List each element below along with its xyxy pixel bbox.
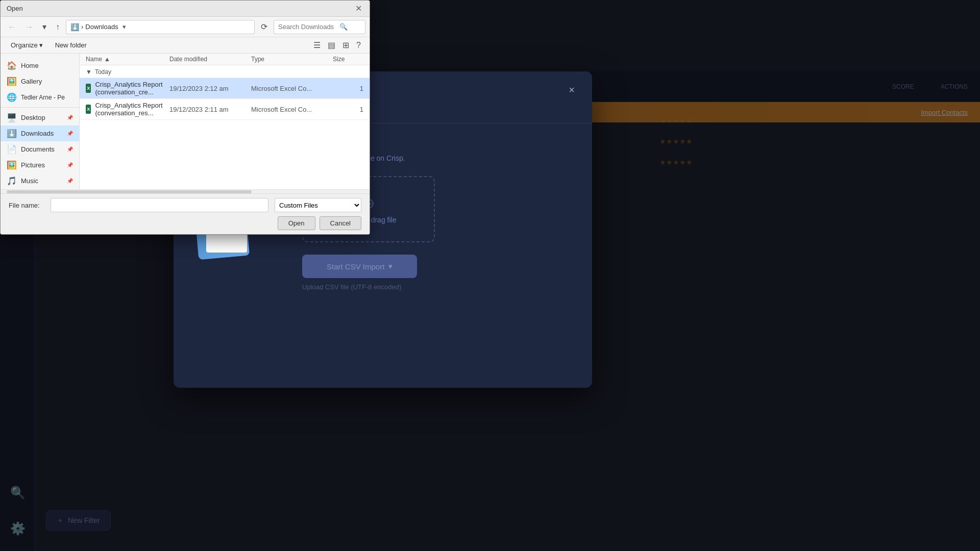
- pin-icon: 📌: [67, 115, 73, 120]
- dialog-path: ⬇️ › Downloads ▾: [66, 20, 255, 34]
- dialog-filename-row: File name: Custom Files: [9, 198, 361, 212]
- view-help-button[interactable]: ?: [354, 39, 363, 52]
- left-item-music[interactable]: 🎵 Music 📌: [1, 173, 79, 189]
- organize-button[interactable]: Organize ▾: [7, 40, 47, 51]
- group-label: Today: [95, 68, 111, 76]
- back-button[interactable]: ←: [5, 20, 19, 34]
- excel-icon: X: [86, 84, 91, 93]
- file-size-1: 1: [333, 85, 363, 92]
- dialog-close-button[interactable]: ✕: [353, 4, 363, 14]
- file-group-today[interactable]: ▼ Today: [80, 65, 370, 78]
- left-item-documents[interactable]: 📄 Documents 📌: [1, 141, 79, 157]
- file-date-2: 19/12/2023 2:11 am: [169, 106, 251, 113]
- view-icons: ☰ ▤ ⊞ ?: [311, 39, 363, 52]
- filetype-select[interactable]: Custom Files: [275, 198, 361, 212]
- gallery-icon: 🖼️: [7, 77, 17, 86]
- col-date[interactable]: Date modified: [169, 56, 251, 63]
- pin-icon: 📌: [67, 178, 73, 184]
- modal-close-button[interactable]: ×: [564, 82, 580, 98]
- home-icon: 🏠: [7, 61, 17, 70]
- dialog-buttons-row: Open Cancel: [9, 216, 361, 230]
- path-current: Downloads: [85, 23, 118, 31]
- dialog-bottom: File name: Custom Files Open Cancel: [1, 193, 370, 234]
- left-item-label: Downloads: [21, 130, 54, 137]
- refresh-button[interactable]: ⟳: [258, 20, 271, 34]
- excel-icon: X: [86, 105, 91, 114]
- filename-input[interactable]: [51, 198, 268, 212]
- filename-label: File name:: [9, 202, 44, 209]
- dialog-toolbar: ← → ▾ ↑ ⬇️ › Downloads ▾ ⟳ 🔍: [1, 17, 370, 37]
- pin-icon: 📌: [67, 162, 73, 168]
- dialog-file-list: Name ▲ Date modified Type Size ▼ Today: [80, 54, 370, 189]
- desktop-icon: 🖥️: [7, 113, 17, 122]
- view-icon-button[interactable]: ⊞: [340, 39, 352, 52]
- search-icon: 🔍: [339, 23, 348, 31]
- left-item-label: Gallery: [21, 78, 42, 85]
- new-folder-button[interactable]: New folder: [51, 40, 91, 51]
- horizontal-scrollbar[interactable]: [1, 189, 370, 193]
- left-item-label: Desktop: [21, 114, 45, 121]
- start-csv-import-button[interactable]: Start CSV Import ▾: [302, 255, 417, 278]
- search-input[interactable]: [278, 23, 339, 31]
- dialog-left-panel: 🏠 Home 🖼️ Gallery 🌐 Tedler Arne - Pe 🖥️ …: [1, 54, 80, 189]
- col-type[interactable]: Type: [251, 56, 333, 63]
- pin-icon: 📌: [67, 146, 73, 152]
- documents-icon: 📄: [7, 144, 17, 154]
- dialog-content: 🏠 Home 🖼️ Gallery 🌐 Tedler Arne - Pe 🖥️ …: [1, 54, 370, 189]
- cancel-button[interactable]: Cancel: [320, 216, 361, 230]
- left-item-label: Pictures: [21, 161, 45, 169]
- left-item-gallery[interactable]: 🖼️ Gallery: [1, 73, 79, 89]
- left-item-home[interactable]: 🏠 Home: [1, 58, 79, 73]
- forward-button[interactable]: →: [22, 20, 36, 34]
- dialog-org-bar: Organize ▾ New folder ☰ ▤ ⊞ ?: [1, 37, 370, 54]
- file-type-2: Microsoft Excel Co...: [251, 106, 333, 113]
- file-date-1: 19/12/2023 2:12 am: [169, 85, 251, 92]
- left-item-pictures[interactable]: 🖼️ Pictures 📌: [1, 157, 79, 173]
- left-item-label: Music: [21, 177, 38, 185]
- left-item-tedler[interactable]: 🌐 Tedler Arne - Pe: [1, 89, 79, 105]
- file-name-2: X Crisp_Analytics Report (conversation_r…: [86, 102, 169, 117]
- music-icon: 🎵: [7, 176, 17, 186]
- open-button[interactable]: Open: [278, 216, 315, 230]
- path-dropdown-icon[interactable]: ▾: [122, 23, 126, 31]
- file-size-2: 1: [333, 106, 363, 113]
- path-icon: ⬇️: [70, 23, 79, 31]
- dialog-search-box[interactable]: 🔍: [274, 20, 365, 34]
- file-list-header: Name ▲ Date modified Type Size: [80, 54, 370, 65]
- view-list-button[interactable]: ☰: [311, 39, 323, 52]
- file-row-2[interactable]: X Crisp_Analytics Report (conversation_r…: [80, 99, 370, 120]
- recent-button[interactable]: ▾: [39, 20, 50, 34]
- file-row-1[interactable]: X Crisp_Analytics Report (conversation_c…: [80, 78, 370, 99]
- dialog-titlebar: Open ✕: [1, 1, 370, 17]
- sort-icon: ▲: [104, 56, 110, 63]
- up-button[interactable]: ↑: [53, 20, 63, 34]
- pictures-icon: 🖼️: [7, 160, 17, 170]
- pin-icon: 📌: [67, 131, 73, 136]
- left-item-label: Documents: [21, 145, 55, 153]
- chevron-down-icon: ▾: [388, 262, 393, 271]
- left-item-label: Home: [21, 62, 39, 69]
- file-name-1: X Crisp_Analytics Report (conversation_c…: [86, 81, 169, 96]
- downloads-icon: ⬇️: [7, 129, 17, 138]
- dialog-title: Open: [7, 5, 23, 12]
- upload-hint: Upload CSV file (UTF-8 encoded): [302, 283, 580, 291]
- file-open-dialog: Open ✕ ← → ▾ ↑ ⬇️ › Downloads ▾ ⟳ 🔍 Orga…: [0, 0, 370, 235]
- file-type-1: Microsoft Excel Co...: [251, 85, 333, 92]
- view-details-button[interactable]: ▤: [325, 39, 338, 52]
- organize-chevron-icon: ▾: [39, 41, 43, 49]
- left-item-label: Tedler Arne - Pe: [21, 94, 65, 101]
- col-name[interactable]: Name ▲: [86, 56, 169, 63]
- group-chevron-icon: ▼: [86, 68, 92, 76]
- path-label: ›: [81, 23, 83, 31]
- col-size[interactable]: Size: [333, 56, 363, 63]
- left-item-downloads[interactable]: ⬇️ Downloads 📌: [1, 126, 79, 141]
- cloud-icon: 🌐: [7, 92, 17, 102]
- left-item-desktop[interactable]: 🖥️ Desktop 📌: [1, 110, 79, 126]
